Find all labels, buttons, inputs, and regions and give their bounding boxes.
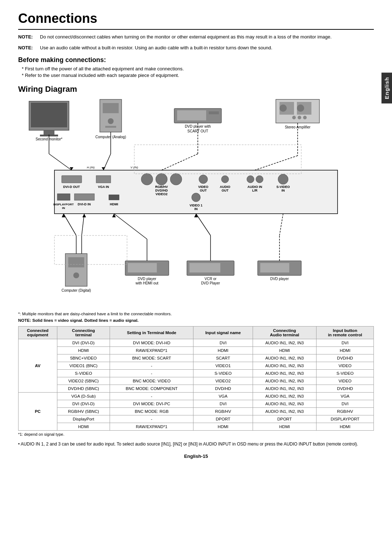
before-connections-heading: Before making connections:: [18, 56, 374, 64]
cell-terminal: VGA (D-Sub): [57, 393, 110, 400]
cell-signal: DVI: [193, 400, 253, 408]
note-1-text: Do not connect/disconnect cables when tu…: [40, 33, 374, 41]
cell-terminal: 5BNC+VIDEO: [57, 354, 110, 362]
svg-text:H (IN): H (IN): [87, 166, 95, 169]
table-row: 5BNC+VIDEOBNC MODE: SCARTSCARTAUDIO IN1,…: [19, 354, 374, 362]
svg-point-71: [73, 272, 79, 278]
footnote-note: NOTE: Solid lines = video signal. Dotted…: [18, 318, 374, 323]
table-row: DVI (DVI-D)DVI MODE: DVI-PCDVIAUDIO IN1,…: [19, 400, 374, 408]
table-footnote: *1: depend on signal type.: [18, 432, 374, 436]
svg-rect-26: [62, 176, 82, 183]
cell-terminal: HDMI: [57, 347, 110, 354]
svg-rect-28: [96, 176, 111, 183]
cell-terminal: HDMI: [57, 423, 110, 431]
svg-point-20: [297, 104, 304, 112]
svg-text:IN: IN: [62, 206, 65, 210]
cell-button: DISPLAYPORT: [317, 415, 374, 423]
table-row: VIDEO2 (5BNC)BNC MODE: VIDEOVIDEO2AUDIO …: [19, 377, 374, 385]
svg-text:HDMI: HDMI: [110, 202, 118, 206]
svg-rect-74: [128, 263, 157, 272]
table-row: RGB/HV (5BNC)BNC MODE: RGBRGB/HVAUDIO IN…: [19, 408, 374, 415]
svg-text:S-VIDEO: S-VIDEO: [276, 185, 290, 189]
cell-button: DVD/HD: [317, 354, 374, 362]
cell-audio: AUDIO IN1, IN2, IN3: [253, 400, 317, 408]
cell-terminal: DVI (DVI-D): [57, 339, 110, 347]
svg-point-21: [292, 116, 296, 119]
cell-terminal: S-VIDEO: [57, 370, 110, 377]
group-pc: PC: [19, 393, 57, 431]
svg-rect-78: [189, 263, 220, 272]
note-2-text: Use an audio cable without a built-in re…: [40, 44, 374, 52]
svg-text:OUT: OUT: [222, 189, 229, 192]
svg-text:DISPLAYPORT: DISPLAYPORT: [53, 203, 74, 206]
cell-signal: DVD/HD: [193, 385, 253, 393]
svg-point-56: [192, 193, 200, 202]
svg-text:VIDEO2: VIDEO2: [155, 192, 167, 196]
footnote-star: *: Multiple monitors that are daisy-chai…: [18, 312, 374, 316]
group-av: AV: [19, 339, 57, 393]
table-row: AVDVI (DVI-D)DVI MODE: DVI-HDDVIAUDIO IN…: [19, 339, 374, 347]
note-1: NOTE: Do not connect/disconnect cables w…: [18, 33, 374, 41]
cell-setting: DVI MODE: DVI-HD: [110, 339, 193, 347]
cell-terminal: DisplayPort: [57, 415, 110, 423]
cell-button: DVD/HD: [317, 385, 374, 393]
cell-setting: -: [110, 370, 193, 377]
cell-audio: AUDIO IN1, IN2, IN3: [253, 377, 317, 385]
cell-setting: -: [110, 415, 193, 423]
col-header-setting: Setting in Terminal Mode: [110, 327, 193, 339]
svg-text:VIDEO 1: VIDEO 1: [189, 204, 203, 207]
svg-rect-52: [74, 194, 94, 200]
cell-button: HDMI: [317, 423, 374, 431]
svg-point-8: [108, 118, 114, 124]
cell-setting: BNC MODE: SCART: [110, 354, 193, 362]
cell-button: VIDEO: [317, 362, 374, 370]
cell-audio: DPORT: [253, 415, 317, 423]
svg-text:VIDEO: VIDEO: [198, 185, 208, 189]
wiring-diagram: Second monitor* Computer (Analog) DVD pl…: [18, 98, 374, 308]
page-title: Connections: [18, 11, 374, 30]
table-row: DVD/HD (5BNC)BNC MODE: COMPONENTDVD/HDAU…: [19, 385, 374, 393]
svg-text:AUDIO: AUDIO: [220, 185, 230, 189]
svg-rect-2: [31, 103, 67, 127]
svg-rect-54: [109, 195, 119, 200]
cell-signal: DPORT: [193, 415, 253, 423]
wiring-heading: Wiring Diagram: [18, 85, 374, 94]
svg-text:Computer (Digital): Computer (Digital): [61, 288, 91, 292]
svg-text:L/R: L/R: [252, 189, 258, 192]
table-row: DisplayPort-DPORTDPORTDISPLAYPORT: [19, 415, 374, 423]
cell-button: DVI: [317, 400, 374, 408]
table-row: S-VIDEO-S-VIDEOAUDIO IN1, IN2, IN3S-VIDE…: [19, 370, 374, 377]
cell-button: VGA: [317, 393, 374, 400]
svg-rect-70: [68, 257, 84, 267]
cell-signal: VIDEO2: [193, 377, 253, 385]
cell-setting: -: [110, 393, 193, 400]
cell-setting: BNC MODE: COMPONENT: [110, 385, 193, 393]
cell-audio: AUDIO IN1, IN2, IN3: [253, 370, 317, 377]
svg-text:DVD player: DVD player: [270, 277, 289, 281]
svg-rect-12: [177, 110, 206, 120]
svg-point-31: [156, 173, 167, 185]
col-header-button: Input buttonin remote control: [317, 327, 374, 339]
cell-audio: AUDIO IN1, IN2, IN3: [253, 362, 317, 370]
svg-point-43: [256, 176, 263, 183]
cell-audio: AUDIO IN1, IN2, IN3: [253, 339, 317, 347]
col-header-audio: ConnectingAudio terminal: [253, 327, 317, 339]
svg-rect-82: [260, 263, 289, 272]
cell-terminal: DVD/HD (5BNC): [57, 385, 110, 393]
cell-button: RGB/HV: [317, 408, 374, 415]
connection-table: Connectedequipment Connectingterminal Se…: [18, 326, 374, 431]
note-1-label: NOTE:: [18, 33, 40, 41]
svg-text:with HDMI out: with HDMI out: [135, 281, 159, 285]
table-row: VIDEO1 (BNC)-VIDEO1AUDIO IN1, IN2, IN3VI…: [19, 362, 374, 370]
bottom-note: • AUDIO IN 1, 2 and 3 can be used for au…: [18, 441, 374, 448]
note-2-label: NOTE:: [18, 44, 40, 52]
cell-setting: BNC MODE: RGB: [110, 408, 193, 415]
svg-text:DVD player: DVD player: [138, 277, 156, 281]
cell-setting: -: [110, 362, 193, 370]
cell-audio: HDMI: [253, 347, 317, 354]
svg-point-22: [298, 116, 301, 119]
svg-point-39: [221, 176, 229, 183]
table-row: HDMIRAW/EXPAND*1HDMIHDMIHDMI: [19, 423, 374, 431]
cell-terminal: VIDEO1 (BNC): [57, 362, 110, 370]
svg-text:AUDIO IN: AUDIO IN: [248, 185, 262, 189]
